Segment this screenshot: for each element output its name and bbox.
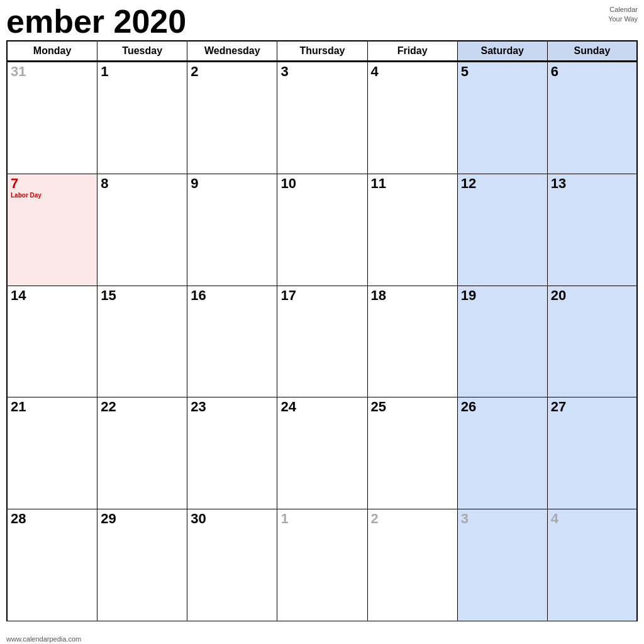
day-cell-sep24: 24 <box>277 397 367 509</box>
day-number: 2 <box>371 511 379 526</box>
day-headers-row: Monday Tuesday Wednesday Thursday Friday… <box>8 42 638 62</box>
top-right-line2: Your Way <box>608 14 638 24</box>
day-cell-sep12: 12 <box>458 174 548 286</box>
day-cell-sep6: 6 <box>548 62 638 174</box>
day-number: 17 <box>280 287 296 303</box>
day-number: 2 <box>191 64 198 79</box>
header-friday: Friday <box>368 42 458 61</box>
calendar-weeks: 31 1 2 3 4 5 6 7 Labor Day <box>8 62 638 621</box>
day-cell-sep15: 15 <box>97 286 187 398</box>
day-cell-sep5: 5 <box>458 62 548 174</box>
header-thursday: Thursday <box>277 42 367 61</box>
day-number: 16 <box>191 287 206 303</box>
day-number: 19 <box>461 287 476 303</box>
labor-day-label: Labor Day <box>11 192 94 199</box>
day-number: 4 <box>371 64 379 79</box>
day-cell-sep23: 23 <box>187 397 277 509</box>
day-cell-sep4: 4 <box>368 62 458 174</box>
day-cell-sep11: 11 <box>368 174 458 286</box>
day-cell-sep26: 26 <box>458 397 548 509</box>
header-wednesday: Wednesday <box>187 42 277 61</box>
day-number: 18 <box>371 287 386 303</box>
day-number: 15 <box>101 287 116 303</box>
footer: www.calendarpedia.com <box>0 634 644 644</box>
day-cell-sep3: 3 <box>277 62 367 174</box>
day-cell-oct3: 3 <box>458 509 548 621</box>
day-number: 28 <box>11 511 26 526</box>
day-cell-sep2: 2 <box>187 62 277 174</box>
header-monday: Monday <box>8 42 97 61</box>
header-sunday: Sunday <box>548 42 638 61</box>
day-number: 27 <box>551 399 566 414</box>
day-cell-aug31: 31 <box>8 62 97 174</box>
footer-url: www.calendarpedia.com <box>6 635 81 643</box>
day-cell-sep8: 8 <box>97 174 187 286</box>
day-cell-sep9: 9 <box>187 174 277 286</box>
day-number: 13 <box>551 175 566 191</box>
top-right-info: Calendar Your Way <box>608 5 638 25</box>
calendar-page: ember 2020 Calendar Your Way Monday Tues… <box>0 0 644 644</box>
day-number: 29 <box>101 511 116 526</box>
day-number: 1 <box>280 511 288 526</box>
top-right-line1: Calendar <box>608 5 638 14</box>
day-cell-sep22: 22 <box>97 397 187 509</box>
month-title: ember 2020 <box>6 5 186 38</box>
header-tuesday: Tuesday <box>97 42 187 61</box>
day-number: 3 <box>280 64 288 79</box>
day-number: 10 <box>280 175 296 191</box>
day-number: 1 <box>101 64 108 79</box>
day-number: 4 <box>551 511 558 526</box>
day-number: 12 <box>461 175 476 191</box>
day-cell-sep17: 17 <box>277 286 367 398</box>
day-number: 11 <box>371 175 386 191</box>
day-cell-oct2: 2 <box>368 509 458 621</box>
day-number: 25 <box>371 399 386 414</box>
day-cell-sep1: 1 <box>97 62 187 174</box>
day-cell-sep21: 21 <box>8 397 97 509</box>
day-cell-sep18: 18 <box>368 286 458 398</box>
day-number: 5 <box>461 64 469 79</box>
day-number: 30 <box>191 511 206 526</box>
day-cell-sep7: 7 Labor Day <box>8 174 97 286</box>
day-cell-sep19: 19 <box>458 286 548 398</box>
day-number: 23 <box>191 399 206 414</box>
day-number: 22 <box>101 399 116 414</box>
day-cell-sep16: 16 <box>187 286 277 398</box>
day-cell-sep28: 28 <box>8 509 97 621</box>
calendar-grid-container: Monday Tuesday Wednesday Thursday Friday… <box>6 40 638 621</box>
day-number: 8 <box>101 175 108 191</box>
day-cell-sep25: 25 <box>368 397 458 509</box>
day-number: 3 <box>461 511 469 526</box>
day-number: 7 <box>11 175 18 191</box>
header-saturday: Saturday <box>458 42 548 61</box>
day-number: 26 <box>461 399 476 414</box>
day-cell-sep20: 20 <box>548 286 638 398</box>
day-cell-sep10: 10 <box>277 174 367 286</box>
day-number: 21 <box>11 399 26 414</box>
day-cell-sep27: 27 <box>548 397 638 509</box>
calendar-header: ember 2020 Calendar Your Way <box>0 0 644 40</box>
day-cell-sep30: 30 <box>187 509 277 621</box>
day-number: 6 <box>551 64 558 79</box>
day-number: 9 <box>191 175 198 191</box>
day-cell-sep13: 13 <box>548 174 638 286</box>
day-number: 14 <box>11 287 26 303</box>
day-cell-oct1: 1 <box>277 509 367 621</box>
day-cell-oct4: 4 <box>548 509 638 621</box>
day-cell-sep14: 14 <box>8 286 97 398</box>
day-cell-sep29: 29 <box>97 509 187 621</box>
day-number: 20 <box>551 287 566 303</box>
day-number: 24 <box>280 399 296 414</box>
day-number: 31 <box>11 64 26 79</box>
